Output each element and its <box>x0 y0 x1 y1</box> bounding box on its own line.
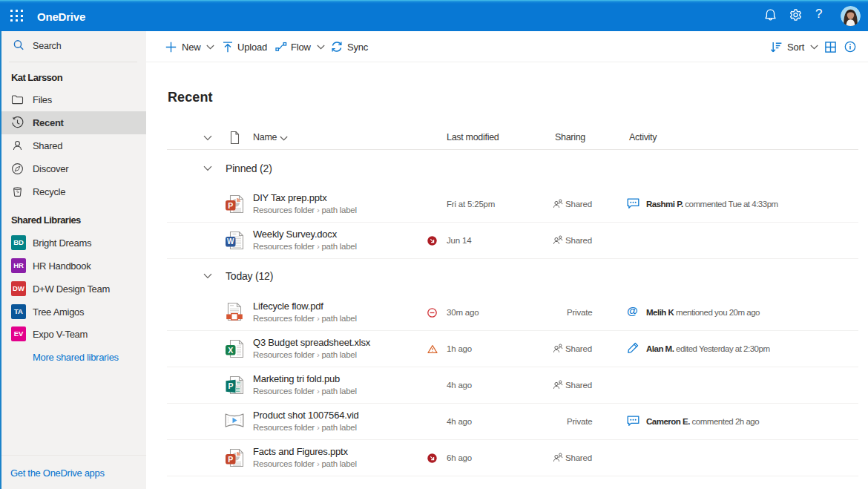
svg-text:W: W <box>227 237 234 246</box>
svg-text:X: X <box>228 346 233 355</box>
svg-text:P: P <box>228 201 233 210</box>
svg-text:P: P <box>228 381 233 390</box>
svg-text:P: P <box>228 455 233 464</box>
